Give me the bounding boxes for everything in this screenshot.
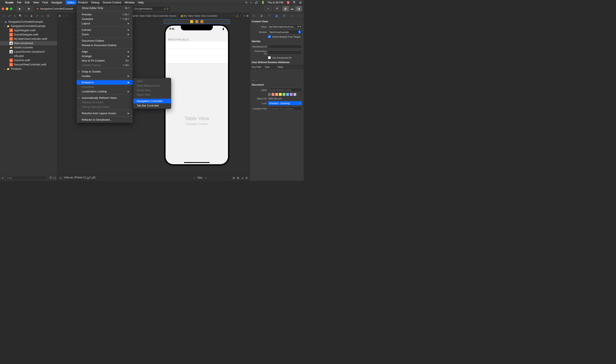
class-field[interactable]: MyTableTableViewCont…⊘ ▾ xyxy=(268,25,302,29)
menu-help[interactable]: Help xyxy=(138,1,144,4)
back-button[interactable]: 〈 xyxy=(62,14,65,17)
volume-icon[interactable]: 🔊 xyxy=(255,1,258,4)
embed-in-submenu[interactable]: ViewView Without InsetScroll ViewStack V… xyxy=(133,78,171,109)
pin-tool-icon[interactable]: ⊞ xyxy=(237,176,239,180)
doc-label-field[interactable]: Xcode Specific Label xyxy=(268,88,302,92)
warning-icon[interactable]: ⚠ xyxy=(164,7,166,10)
tree-products[interactable]: ▸📁Products xyxy=(0,67,57,71)
test-navigator-tab[interactable]: ◆ xyxy=(29,14,33,18)
menu-item[interactable]: Resolve Auto Layout Issues▶ xyxy=(77,111,133,116)
localizer-hint-field[interactable]: Comment For Localizer xyxy=(268,106,302,111)
battery-icon[interactable]: 🔋 xyxy=(261,1,265,4)
attributes-inspector-tab[interactable]: ⚙ xyxy=(283,14,286,17)
navigator-tabs[interactable]: ▭ ⎇ ◇ 🔍 ⚠ ◆ ≡ ▷ ☰ xyxy=(0,13,57,19)
menu-editor[interactable]: Editor xyxy=(66,0,76,4)
tree-file[interactable]: 📁Assets.xcassets xyxy=(0,45,57,50)
menu-view[interactable]: View xyxy=(33,1,39,4)
symbol-navigator-tab[interactable]: ◇ xyxy=(13,14,17,18)
toggle-navigator[interactable]: ◧ xyxy=(283,6,289,11)
source-control-navigator-tab[interactable]: ⎇ xyxy=(7,14,11,18)
menu-source-control[interactable]: Source Control xyxy=(103,1,121,4)
add-editor-icon[interactable]: ⊞ xyxy=(246,14,249,17)
first-responder-icon[interactable] xyxy=(190,20,193,23)
control-center-icon[interactable]: ≣ xyxy=(299,1,301,4)
exit-icon[interactable] xyxy=(195,20,198,23)
menu-item[interactable]: Show Editor Only⌘⏎ xyxy=(77,6,133,10)
debug-navigator-tab[interactable]: ≡ xyxy=(35,14,39,18)
prototype-cell[interactable] xyxy=(166,41,228,49)
issue-icon[interactable]: ⚠ xyxy=(236,14,238,17)
document-outline-toggle[interactable]: ▢ xyxy=(59,176,62,180)
size-inspector-tab[interactable]: ▱ xyxy=(291,14,293,17)
editor-menu-dropdown[interactable]: Show Editor Only⌘⏎Preview⌥⌘⏎Assistant⌃⌥⌘… xyxy=(76,5,133,123)
minimize-window-button[interactable] xyxy=(6,8,8,10)
tree-file[interactable]: sSecondViewController.swift xyxy=(0,63,57,67)
scene-selection-bar[interactable] xyxy=(164,19,230,24)
menu-edit[interactable]: Edit xyxy=(25,1,29,4)
menu-item[interactable]: Align▶ xyxy=(77,49,133,54)
prev-issue-button[interactable]: 〈 xyxy=(232,14,235,17)
forward-button[interactable]: 〉 xyxy=(66,14,68,17)
menu-item[interactable]: Refactor to Storyboard… xyxy=(77,117,133,122)
prototype-cell[interactable] xyxy=(166,56,228,63)
udra-table-body[interactable] xyxy=(250,69,304,79)
zoom-in-button[interactable]: ＋ xyxy=(205,176,207,180)
find-navigator-tab[interactable]: 🔍 xyxy=(18,14,22,18)
embed-tool-icon[interactable]: ⊡ xyxy=(246,176,248,180)
bluetooth-icon[interactable]: ⎋ xyxy=(246,1,247,4)
lock-select[interactable]: Inherited - (Nothing)⌄ xyxy=(268,101,302,105)
storyboard-entry-icon[interactable] xyxy=(200,20,203,23)
add-file-button[interactable]: ＋ xyxy=(1,176,4,180)
resolve-tool-icon[interactable]: ⊿ xyxy=(241,176,243,180)
breakpoint-navigator-tab[interactable]: ▷ xyxy=(41,14,44,18)
clock[interactable]: Thu 9:26 PM xyxy=(268,1,283,4)
restoration-id-field[interactable] xyxy=(268,51,302,54)
menu-item[interactable]: Document Outline xyxy=(77,39,133,43)
flag-icon[interactable]: 🇨🇦 xyxy=(286,1,290,4)
label-color-swatches[interactable]: ✕ xyxy=(250,93,304,97)
library-button[interactable]: ＋ xyxy=(264,6,272,11)
menu-item[interactable]: Reveal in Document Outline xyxy=(77,43,133,48)
spotlight-icon[interactable]: 🔍 xyxy=(293,1,296,4)
stop-button[interactable]: ■ xyxy=(25,6,33,11)
submenu-item[interactable]: Navigation Controller xyxy=(133,99,171,103)
project-tree[interactable]: ▾▣ NavigationControllerExample ▾📁 Naviga… xyxy=(0,19,57,175)
toggle-inspector[interactable]: ◨ xyxy=(295,6,302,11)
tree-file[interactable]: sUserInfo.swift xyxy=(0,58,57,63)
menu-item[interactable]: Guides▶ xyxy=(77,74,133,78)
view-as-button[interactable]: View as: iPhone 11 (wC hR) xyxy=(64,176,95,180)
scheme-selector[interactable]: ⌘ NavigationControllerExample 〉 xyxy=(34,6,79,12)
table-cells[interactable] xyxy=(166,41,228,63)
zoom-out-button[interactable]: − xyxy=(194,176,195,180)
menu-item[interactable]: Localization Locking▶ xyxy=(77,89,133,94)
tree-file[interactable]: sSceneDelegate.swift xyxy=(0,33,57,37)
run-button[interactable]: ▶ xyxy=(16,6,24,11)
jump-crumb-controller[interactable]: ▦My Table Table View Controller xyxy=(181,14,217,17)
menu-item[interactable]: Zoom▶ xyxy=(77,32,133,37)
menu-product[interactable]: Product xyxy=(78,1,88,4)
menu-navigate[interactable]: Navigate xyxy=(51,1,62,4)
filter-input[interactable] xyxy=(5,176,48,180)
menu-item[interactable]: ✓Automatically Refresh Views xyxy=(77,96,133,100)
use-storyboard-id-checkbox[interactable]: Use Storyboard ID xyxy=(250,56,304,60)
menu-item[interactable]: Assistant⌃⌥⌘⏎ xyxy=(77,17,133,21)
tree-project-root[interactable]: ▾▣ NavigationControllerExample xyxy=(0,20,57,24)
window-controls[interactable] xyxy=(2,8,13,10)
menu-item[interactable]: Embed In▶ xyxy=(77,80,133,85)
menu-item[interactable]: Preview⌥⌘⏎ xyxy=(77,12,133,17)
tree-group[interactable]: ▾📁 NavigationControllerExample xyxy=(0,24,57,28)
wifi-icon[interactable]: ▿ xyxy=(250,1,252,4)
connections-inspector-tab[interactable]: → xyxy=(298,14,301,17)
help-inspector-tab[interactable]: ? xyxy=(268,14,270,17)
menu-find[interactable]: Find xyxy=(42,1,48,4)
macos-menubar[interactable]: Xcode File Edit View Find Navigate Edito… xyxy=(0,0,304,5)
identity-inspector-tab[interactable]: ▣ xyxy=(275,14,278,17)
menu-debug[interactable]: Debug xyxy=(91,1,99,4)
menu-window[interactable]: Window xyxy=(125,1,134,4)
tree-file[interactable]: ⎃Info.plist xyxy=(0,54,57,58)
tree-file[interactable]: ▦LaunchScreen.storyboard xyxy=(0,50,57,54)
menu-item[interactable]: Layout▶ xyxy=(77,21,133,26)
inspector-tabs[interactable]: ▭ ◐ ? ▣ ⚙ ▱ → xyxy=(250,13,304,19)
toggle-debug-area[interactable]: ▬ xyxy=(289,6,295,11)
close-window-button[interactable] xyxy=(2,8,4,10)
